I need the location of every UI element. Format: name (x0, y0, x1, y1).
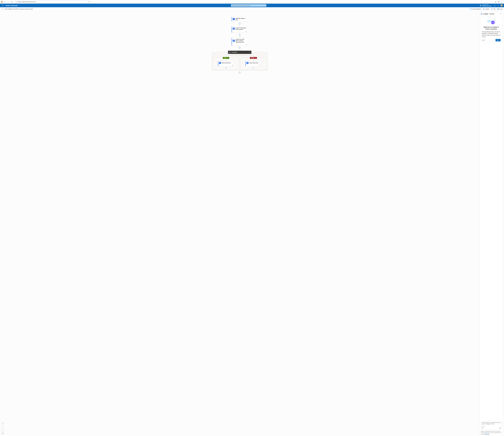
peek-icon[interactable] (232, 64, 233, 66)
zoom-out-button[interactable] (1, 426, 4, 428)
outlook-icon (246, 62, 249, 64)
send-feedback-button[interactable]: Send feedback (470, 8, 481, 10)
environment-label: Environments (482, 4, 492, 5)
svg-point-32 (481, 14, 482, 14)
environment-picker[interactable]: Environments Default environm... (480, 4, 492, 7)
send-icon[interactable] (499, 427, 501, 429)
add-step-button[interactable]: + (239, 34, 241, 36)
copilot-next-button[interactable]: Next (495, 39, 501, 41)
copilot-panel: Copilot PREVIEW Welcome (479, 11, 504, 436)
see-terms-link[interactable]: See terms (485, 434, 489, 435)
collections-button[interactable] (497, 0, 500, 3)
svg-rect-27 (220, 63, 221, 63)
browser-more-button[interactable] (500, 0, 503, 3)
char-counter: 0/2000 (482, 426, 501, 427)
svg-rect-33 (487, 20, 491, 21)
peek-icon[interactable] (245, 31, 247, 32)
condition-icon (229, 52, 231, 53)
condition-false-branch: False Send email (V2) (240, 58, 266, 70)
svg-point-5 (2, 5, 2, 5)
svg-point-6 (3, 5, 3, 5)
back-button[interactable] (1, 8, 3, 10)
app-name: Power Automate (6, 5, 18, 6)
add-step-button[interactable] (252, 67, 254, 69)
condition-container: True Send email (V2) (212, 52, 268, 71)
address-bar[interactable] (15, 0, 91, 3)
copilot-welcome-body: Be more efficient than ever with AI assi… (482, 31, 501, 38)
add-step-button[interactable]: + (239, 47, 241, 49)
settings-button[interactable] (494, 4, 496, 6)
copilot-toggle-button[interactable]: Copilot (483, 8, 489, 10)
main-area: Manually trigger a flow + Extract i (0, 11, 504, 436)
add-step-button[interactable]: + (239, 72, 241, 73)
svg-point-39 (494, 22, 494, 23)
peek-icon[interactable] (259, 64, 261, 66)
svg-rect-1 (498, 1, 499, 2)
site-info-icon[interactable] (89, 1, 90, 2)
ai-builder-icon (233, 27, 235, 30)
svg-rect-34 (487, 21, 492, 22)
flow-node-send-email-true[interactable]: Send email (V2) (218, 61, 234, 66)
test-button[interactable]: Test (491, 8, 496, 10)
flow-canvas[interactable]: Manually trigger a flow + Extract i (0, 11, 479, 436)
peek-icon[interactable] (245, 44, 247, 45)
svg-point-38 (493, 22, 493, 23)
svg-point-9 (3, 5, 3, 6)
copilot-title: Copilot (483, 13, 488, 15)
ai-builder-icon (233, 40, 235, 42)
favorites-button[interactable] (494, 0, 497, 3)
fit-to-screen-button[interactable] (1, 429, 4, 431)
help-button[interactable] (497, 4, 499, 6)
condition-true-branch: True Send email (V2) (213, 58, 239, 70)
svg-rect-35 (487, 22, 490, 23)
flow-node-send-email-false[interactable]: Send email (V2) (245, 61, 261, 66)
flow-toolbar: Use AI Builder and GPT to process email … (0, 7, 504, 11)
browser-refresh-button[interactable] (10, 0, 13, 3)
search-icon (16, 1, 17, 2)
browser-forward-button[interactable] (7, 0, 10, 3)
address-input[interactable] (18, 1, 88, 2)
minimap-button[interactable] (1, 432, 4, 435)
add-step-button[interactable] (225, 67, 227, 69)
zoom-in-button[interactable] (1, 422, 4, 425)
svg-rect-29 (247, 63, 248, 63)
svg-point-10 (3, 5, 3, 6)
add-step-button[interactable]: + (239, 23, 241, 25)
svg-point-0 (16, 1, 17, 2)
global-search[interactable] (231, 4, 266, 7)
copilot-input-box[interactable]: 0/2000 (481, 421, 502, 430)
svg-point-37 (492, 22, 492, 23)
svg-point-12 (3, 6, 3, 6)
save-button[interactable]: Save (497, 8, 503, 10)
svg-point-19 (484, 9, 484, 9)
copilot-input[interactable] (482, 422, 501, 426)
help-icon (497, 5, 499, 6)
svg-point-11 (2, 6, 2, 6)
svg-point-28 (232, 65, 233, 65)
flow-node-condition[interactable]: Condition (228, 51, 252, 54)
chevron-down-icon[interactable] (249, 52, 250, 53)
svg-point-13 (3, 6, 3, 6)
user-avatar[interactable] (501, 4, 503, 7)
copilot-disclaimer: Make sure AI-generated content is accura… (479, 430, 503, 436)
feedback-icon (470, 8, 472, 10)
svg-point-21 (246, 32, 246, 32)
global-search-input[interactable] (234, 5, 265, 6)
svg-point-7 (3, 5, 3, 5)
browser-back-button[interactable] (3, 0, 6, 3)
app-launcher-button[interactable] (1, 4, 4, 7)
flow-node-gpt[interactable]: Create text with GPT on Azure OpenAI Ser… (232, 38, 248, 45)
trigger-icon (233, 18, 235, 20)
profile-avatar[interactable] (1, 1, 3, 3)
flow-node-extract-invoice[interactable]: Extract information from invoices (232, 27, 248, 33)
close-button[interactable] (500, 13, 502, 15)
svg-point-16 (495, 5, 495, 6)
flow-node-trigger[interactable]: Manually trigger a flow (232, 17, 248, 21)
preview-badge: PREVIEW (489, 13, 495, 15)
copilot-icon (483, 8, 485, 10)
svg-point-14 (232, 5, 233, 6)
true-badge[interactable]: True (223, 57, 229, 59)
false-badge[interactable]: False (250, 57, 257, 59)
sparkle-icon[interactable] (482, 427, 483, 429)
app-header: Power Automate Environments Default envi… (0, 4, 504, 7)
